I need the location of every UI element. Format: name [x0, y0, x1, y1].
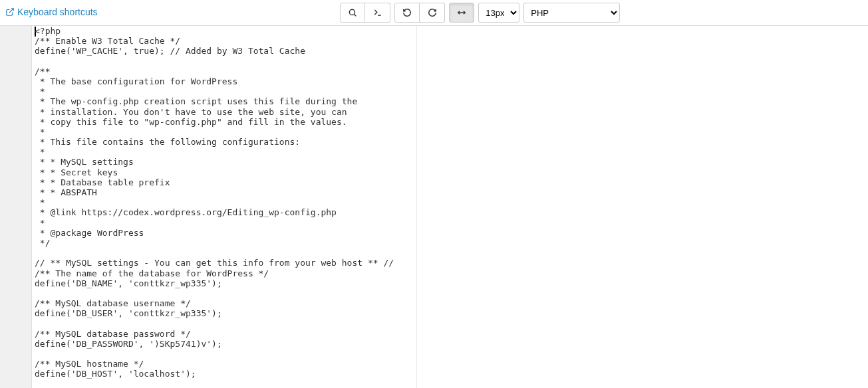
code-text[interactable]: /** MySQL hostname */ — [32, 359, 868, 369]
code-text[interactable]: * — [32, 127, 868, 137]
code-text[interactable] — [32, 349, 868, 359]
code-text[interactable]: /** The name of the database for WordPre… — [32, 268, 868, 278]
editor-line[interactable]: 33 — [0, 349, 868, 359]
code-text[interactable]: * * Database table prefix — [32, 177, 868, 187]
editor-line[interactable]: 13 * — [0, 147, 868, 157]
editor-line[interactable]: 14 * * MySQL settings — [0, 157, 868, 167]
editor-line[interactable]: 17 * * ABSPATH — [0, 187, 868, 197]
code-text[interactable]: * * Secret keys — [32, 167, 868, 177]
syntax-mode-select[interactable]: PHP — [523, 3, 620, 23]
editor-line[interactable]: 31/** MySQL database password */ — [0, 329, 868, 339]
code-text[interactable]: * * MySQL settings — [32, 157, 868, 167]
code-text[interactable]: // ** MySQL settings - You can get this … — [32, 258, 868, 268]
editor-line[interactable]: 36 — [0, 379, 868, 388]
code-editor[interactable]: 1<?php2/** Enable W3 Total Cache */3defi… — [0, 26, 868, 388]
editor-line[interactable]: 15 * * Secret keys — [0, 167, 868, 177]
editor-line[interactable]: 35define('DB_HOST', 'localhost'); — [0, 369, 868, 379]
svg-point-1 — [350, 9, 355, 15]
editor-line[interactable]: 9 * installation. You don't have to use … — [0, 107, 868, 117]
editor-line[interactable]: 8 * The wp-config.php creation script us… — [0, 96, 868, 106]
arrows-horizontal-icon — [457, 8, 466, 17]
search-icon — [348, 8, 357, 17]
editor-line[interactable]: 4 — [0, 56, 868, 66]
wrap-toggle-button[interactable] — [449, 3, 474, 23]
font-size-select[interactable]: 13px — [478, 3, 519, 23]
editor-line[interactable]: 22 */ — [0, 238, 868, 248]
code-text[interactable] — [32, 379, 868, 388]
editor-line[interactable]: 34/** MySQL hostname */ — [0, 359, 868, 369]
code-text[interactable]: * * ABSPATH — [32, 187, 868, 197]
code-text[interactable] — [32, 248, 868, 258]
editor-line[interactable]: 32define('DB_PASSWORD', ')SKp5741)v'); — [0, 339, 868, 349]
editor-line[interactable]: 11 * — [0, 127, 868, 137]
terminal-button[interactable] — [365, 3, 390, 23]
editor-line[interactable]: 26define('DB_NAME', 'conttkzr_wp335'); — [0, 278, 868, 288]
editor-line[interactable]: 28/** MySQL database username */ — [0, 298, 868, 308]
code-text[interactable]: /** Enable W3 Total Cache */ — [32, 36, 868, 46]
code-text[interactable]: * copy this file to "wp-config.php" and … — [32, 117, 868, 127]
redo-icon — [428, 8, 437, 17]
editor-line[interactable]: 30 — [0, 318, 868, 328]
editor-line[interactable]: 20 * — [0, 218, 868, 228]
code-text[interactable]: /** — [32, 66, 868, 76]
editor-line[interactable]: 10 * copy this file to "wp-config.php" a… — [0, 117, 868, 127]
code-text[interactable]: * installation. You don't have to use th… — [32, 107, 868, 117]
keyboard-shortcuts-link[interactable]: Keyboard shortcuts — [5, 7, 98, 17]
code-text[interactable]: define('DB_HOST', 'localhost'); — [32, 369, 868, 379]
code-text[interactable]: * — [32, 86, 868, 96]
code-text[interactable]: * The base configuration for WordPress — [32, 76, 868, 86]
code-text[interactable]: /** MySQL database password */ — [32, 329, 868, 339]
search-button[interactable] — [340, 3, 365, 23]
code-text[interactable]: */ — [32, 238, 868, 248]
editor-line[interactable]: 19 * @link https://codex.wordpress.org/E… — [0, 207, 868, 217]
code-text[interactable] — [32, 288, 868, 298]
code-text[interactable]: define('DB_NAME', 'conttkzr_wp335'); — [32, 278, 868, 288]
undo-button[interactable] — [394, 3, 420, 23]
code-text[interactable] — [32, 318, 868, 328]
editor-line[interactable]: 25/** The name of the database for WordP… — [0, 268, 868, 278]
code-text[interactable]: * @link https://codex.wordpress.org/Edit… — [32, 207, 868, 217]
code-text[interactable] — [32, 56, 868, 66]
code-text[interactable]: define('DB_PASSWORD', ')SKp5741)v'); — [32, 339, 868, 349]
code-text[interactable]: * The wp-config.php creation script uses… — [32, 96, 868, 106]
editor-line[interactable]: 27 — [0, 288, 868, 298]
editor-line[interactable]: 23 — [0, 248, 868, 258]
editor-line[interactable]: 6 * The base configuration for WordPress — [0, 76, 868, 86]
code-text[interactable]: /** MySQL database username */ — [32, 298, 868, 308]
editor-line[interactable]: 1<?php — [0, 26, 868, 36]
code-text[interactable]: * @package WordPress — [32, 228, 868, 238]
editor-line[interactable]: 29define('DB_USER', 'conttkzr_wp335'); — [0, 308, 868, 318]
undo-icon — [402, 8, 412, 17]
code-text[interactable]: <?php — [32, 26, 868, 36]
editor-line[interactable]: 7 * — [0, 86, 868, 96]
code-text[interactable]: * — [32, 197, 868, 207]
editor-line[interactable]: 5/** — [0, 66, 868, 76]
editor-line[interactable]: 2/** Enable W3 Total Cache */ — [0, 36, 868, 46]
editor-line[interactable]: 12 * This file contains the following co… — [0, 137, 868, 147]
code-text[interactable]: define('DB_USER', 'conttkzr_wp335'); — [32, 308, 868, 318]
svg-line-2 — [355, 14, 357, 16]
svg-line-0 — [9, 9, 13, 13]
keyboard-shortcuts-label: Keyboard shortcuts — [17, 7, 98, 17]
gutter-background — [0, 26, 32, 388]
editor-line[interactable]: 21 * @package WordPress — [0, 228, 868, 238]
editor-toolbar: Keyboard shortcuts 13px PHP — [0, 0, 868, 25]
editor-line[interactable]: 3define('WP_CACHE', true); // Added by W… — [0, 46, 868, 56]
redo-button[interactable] — [420, 3, 445, 23]
editor-line[interactable]: 24// ** MySQL settings - You can get thi… — [0, 258, 868, 268]
editor-line[interactable]: 16 * * Database table prefix — [0, 177, 868, 187]
code-text[interactable]: define('WP_CACHE', true); // Added by W3… — [32, 46, 868, 56]
terminal-icon — [373, 8, 382, 17]
code-text[interactable]: * This file contains the following confi… — [32, 137, 868, 147]
external-link-icon — [5, 7, 15, 17]
code-text[interactable]: * — [32, 147, 868, 157]
code-text[interactable]: * — [32, 218, 868, 228]
editor-line[interactable]: 18 * — [0, 197, 868, 207]
